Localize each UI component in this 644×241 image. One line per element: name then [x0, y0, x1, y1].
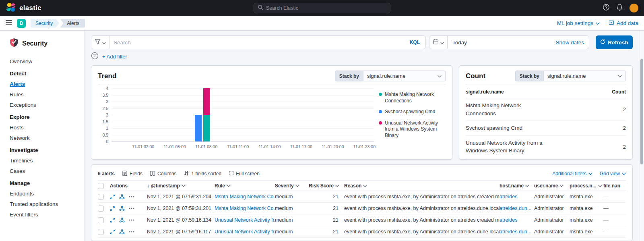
sort-fields-button[interactable]: 1 fields sorted [184, 170, 221, 177]
count-rule-name: Unusual Network Activity from a Windows … [466, 139, 546, 155]
rule-link[interactable]: Mshta Making Network Co... [215, 194, 275, 199]
host-link[interactable]: atreides [500, 194, 534, 199]
sidebar-item-hosts[interactable]: Hosts [10, 125, 80, 131]
columns-button[interactable]: Columns [150, 170, 176, 177]
user-avatar[interactable] [630, 4, 638, 12]
sidebar-item-network[interactable]: Network [10, 135, 80, 141]
sidebar-section-detect: Detect [10, 71, 80, 77]
host-link[interactable]: atreides.dun... [500, 206, 534, 211]
trend-panel: Trend Stack by signal.rule.name [91, 65, 452, 160]
filter-icon[interactable] [91, 52, 99, 61]
sidebar-item-endpoints[interactable]: Endpoints [10, 191, 80, 197]
saved-query-menu-button[interactable] [91, 35, 109, 49]
gridline [111, 88, 374, 89]
date-quick-select-button[interactable] [429, 35, 448, 49]
col-header-user-name[interactable]: user.name [534, 183, 570, 189]
col-header-host-name[interactable]: host.name [500, 183, 534, 189]
row-checkbox[interactable] [98, 229, 104, 235]
col-header-severity[interactable]: Severity [275, 183, 309, 189]
timestamp-cell: Nov 1, 2021 @ 07:59:16.117 [147, 229, 215, 235]
query-language-button[interactable]: KQL [408, 39, 421, 45]
legend-label: Svchost spawning Cmd [385, 109, 435, 115]
rule-link[interactable]: Unusual Network Activity fr... [215, 229, 275, 235]
show-dates-link[interactable]: Show dates [555, 39, 584, 46]
severity-cell: medium [275, 206, 309, 211]
sidebar-item-overview[interactable]: Overview [10, 58, 80, 65]
expand-alert-icon[interactable] [110, 229, 115, 235]
alerts-count: 6 alerts [98, 171, 115, 177]
y-tick-label: 2 [106, 112, 108, 117]
grid-view-button[interactable]: Grid view [600, 171, 626, 177]
menu-hamburger-icon[interactable] [6, 20, 12, 27]
analyze-event-icon[interactable] [119, 217, 125, 223]
more-actions-icon[interactable] [129, 219, 134, 221]
count-value: 2 [623, 125, 626, 131]
analyze-event-icon[interactable] [119, 194, 125, 199]
select-all-checkbox[interactable] [98, 183, 104, 189]
trend-bar[interactable] [203, 88, 210, 141]
legend-item-unusual-network-activity-from-a-[interactable]: Unusual Network Activity from a Windows … [379, 120, 446, 139]
global-search-input[interactable]: Search Elastic [254, 3, 390, 13]
count-stack-by-select[interactable]: signal.rule.name [543, 71, 626, 81]
user-cell: Administrator [534, 194, 570, 199]
sidebar-item-rules[interactable]: Rules [10, 91, 80, 98]
rule-link[interactable]: Unusual Network Activity fr... [215, 217, 275, 223]
col-header-actions[interactable]: Actions [110, 183, 147, 189]
sidebar-item-event-filters[interactable]: Event filters [10, 212, 80, 218]
sidebar-item-timelines[interactable]: Timelines [10, 158, 80, 164]
sidebar-item-trusted-applications[interactable]: Trusted applications [10, 201, 80, 208]
trend-stack-by-select[interactable]: signal.rule.name [363, 71, 446, 81]
expand-alert-icon[interactable] [110, 194, 115, 199]
more-actions-icon[interactable] [129, 208, 134, 209]
expand-alert-icon[interactable] [110, 206, 115, 211]
search-placeholder: Search [114, 39, 408, 46]
legend-item-mshta-making-network-connections[interactable]: Mshta Making Network Connections [379, 91, 446, 104]
col-header-rule[interactable]: Rule [215, 183, 275, 189]
breadcrumb-security[interactable]: Security [31, 19, 59, 28]
notifications-bell-icon[interactable] [616, 4, 623, 12]
analyze-event-icon[interactable] [119, 206, 125, 211]
sidebar-item-exceptions[interactable]: Exceptions [10, 102, 80, 108]
more-actions-icon[interactable] [129, 231, 134, 233]
ml-job-settings-button[interactable]: ML job settings [557, 20, 600, 26]
trend-stack-by-control: Stack by signal.rule.name [335, 71, 446, 81]
col-header-timestamp[interactable]: ↓@timestamp [147, 183, 215, 189]
host-link[interactable]: atreides [500, 217, 534, 223]
refresh-button[interactable]: Refresh [596, 35, 633, 49]
chevron-down-icon [525, 183, 529, 189]
fields-button[interactable]: Fields [122, 170, 142, 177]
col-header-reason[interactable]: Reason [344, 183, 500, 189]
process-cell: mshta.exe [570, 206, 603, 211]
col-header-risk-score[interactable]: Risk Score [309, 183, 344, 189]
more-actions-icon[interactable] [129, 196, 134, 197]
date-range-value[interactable]: Today [452, 39, 467, 46]
expand-alert-icon[interactable] [110, 218, 115, 223]
scrollbar-thumb[interactable] [640, 59, 643, 164]
rule-link[interactable]: Mshta Making Network Co... [215, 206, 275, 211]
additional-filters-button[interactable]: Additional filters [552, 171, 592, 177]
row-checkbox[interactable] [98, 194, 104, 200]
add-data-button[interactable]: Add data [609, 20, 638, 27]
host-link[interactable]: atreides.dun... [500, 229, 534, 235]
add-filter-link[interactable]: + Add filter [102, 54, 127, 60]
date-range-field[interactable]: Today Show dates [448, 35, 589, 49]
kql-search-input[interactable]: Search KQL [109, 35, 426, 49]
row-checkbox[interactable] [98, 217, 104, 223]
trend-panel-header: Trend Stack by signal.rule.name [98, 71, 446, 85]
row-checkbox[interactable] [98, 206, 104, 212]
space-avatar[interactable]: D [17, 19, 26, 28]
trend-bar[interactable] [195, 88, 202, 141]
row-select-cell [98, 194, 110, 200]
sidebar-item-alerts[interactable]: Alerts [10, 81, 80, 87]
col-header-file-nan[interactable]: file.nan [603, 183, 626, 189]
analyze-event-icon[interactable] [119, 229, 125, 235]
sidebar-item-cases[interactable]: Cases [10, 168, 80, 175]
count-title: Count [466, 72, 485, 80]
full-screen-button[interactable]: Full screen [229, 170, 260, 177]
elastic-home-link[interactable]: elastic [6, 2, 41, 14]
col-header-process-n[interactable]: process.n... [570, 183, 603, 189]
help-icon[interactable] [603, 4, 610, 12]
legend-item-svchost-spawning-cmd[interactable]: Svchost spawning Cmd [379, 109, 446, 115]
full-screen-icon [229, 170, 234, 177]
gridline [111, 135, 374, 135]
